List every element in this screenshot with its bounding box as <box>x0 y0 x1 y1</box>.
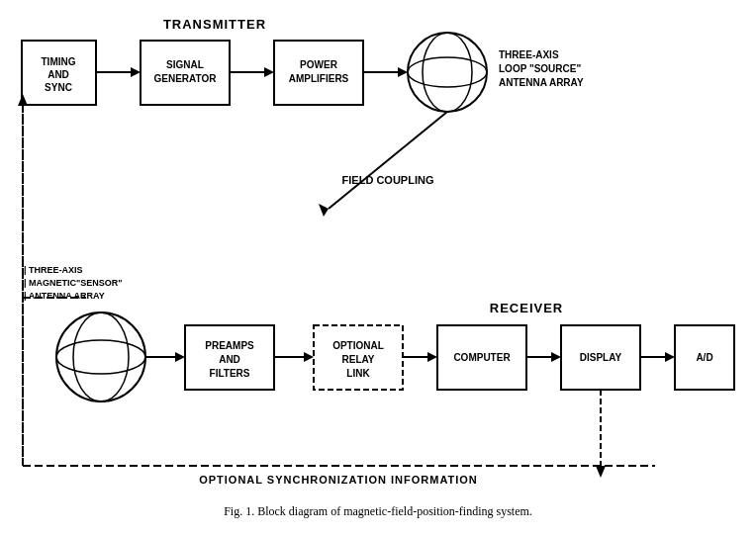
svg-text:AND: AND <box>219 354 240 365</box>
svg-text:THREE-AXIS: THREE-AXIS <box>499 49 559 60</box>
svg-text:FILTERS: FILTERS <box>210 368 250 379</box>
svg-marker-15 <box>398 67 408 77</box>
svg-text:RECEIVER: RECEIVER <box>490 301 563 315</box>
svg-text:FIELD COUPLING: FIELD COUPLING <box>342 174 434 186</box>
diagram-svg: TRANSMITTER TIMING AND SYNC SIGNAL GENER… <box>12 11 744 525</box>
svg-marker-5 <box>131 67 141 77</box>
svg-text:OPTIONAL: OPTIONAL <box>332 340 384 351</box>
svg-text:TIMING: TIMING <box>42 56 76 67</box>
svg-text:RELAY: RELAY <box>342 354 375 365</box>
svg-point-16 <box>408 33 487 112</box>
svg-marker-35 <box>175 352 185 362</box>
svg-marker-52 <box>551 352 561 362</box>
svg-text:ANTENNA ARRAY: ANTENNA ARRAY <box>499 77 584 88</box>
svg-text:| MAGNETIC"SENSOR": | MAGNETIC"SENSOR" <box>24 278 123 288</box>
svg-marker-41 <box>304 352 314 362</box>
svg-text:LINK: LINK <box>346 368 370 379</box>
svg-text:| ANTENNA ARRAY: | ANTENNA ARRAY <box>24 291 105 301</box>
svg-text:PREAMPS: PREAMPS <box>205 340 254 351</box>
svg-marker-60 <box>596 466 606 478</box>
svg-text:DISPLAY: DISPLAY <box>580 352 622 363</box>
svg-marker-10 <box>264 67 274 77</box>
svg-text:GENERATOR: GENERATOR <box>154 73 218 84</box>
transmitter-label: TRANSMITTER <box>163 17 266 32</box>
svg-marker-56 <box>665 352 675 362</box>
svg-point-31 <box>56 313 145 402</box>
svg-text:SIGNAL: SIGNAL <box>166 59 204 70</box>
svg-text:A/D: A/D <box>696 352 712 363</box>
svg-text:Fig. 1.  Block diagram of magn: Fig. 1. Block diagram of magnetic-field-… <box>224 504 532 518</box>
svg-text:AMPLIFIERS: AMPLIFIERS <box>289 73 349 84</box>
svg-line-25 <box>329 112 447 209</box>
svg-text:| THREE-AXIS: | THREE-AXIS <box>24 265 83 275</box>
svg-text:AND: AND <box>47 69 69 80</box>
diagram-container: TRANSMITTER TIMING AND SYNC SIGNAL GENER… <box>12 11 744 525</box>
svg-text:SYNC: SYNC <box>45 82 72 93</box>
svg-marker-26 <box>319 204 329 217</box>
svg-text:COMPUTER: COMPUTER <box>453 352 511 363</box>
svg-text:LOOP "SOURCE": LOOP "SOURCE" <box>499 63 581 74</box>
svg-text:OPTIONAL  SYNCHRONIZATION  INF: OPTIONAL SYNCHRONIZATION INFORMATION <box>199 474 478 486</box>
svg-marker-47 <box>427 352 437 362</box>
svg-text:POWER: POWER <box>300 59 338 70</box>
